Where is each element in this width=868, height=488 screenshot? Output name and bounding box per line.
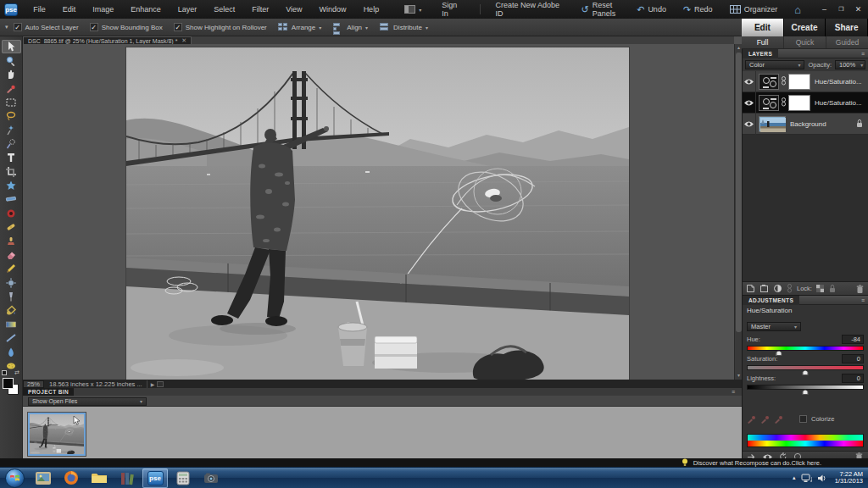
panel-menu-icon[interactable]: ≡ — [861, 296, 865, 305]
tool-flyout-caret[interactable]: ▾ — [5, 24, 8, 30]
menu-view[interactable]: View — [277, 0, 310, 19]
close-button[interactable]: ✕ — [851, 3, 865, 15]
lock-all-icon[interactable] — [828, 284, 837, 293]
status-options-icon[interactable] — [157, 381, 164, 387]
detail-smart-brush-tool[interactable] — [2, 290, 21, 303]
document-tab[interactable]: DSC_8865.tif @ 25% (Hue/Saturation 1, La… — [23, 36, 192, 44]
adjustment-layer-thumbnail[interactable] — [759, 74, 779, 90]
network-icon[interactable] — [801, 474, 812, 483]
lightness-value-field[interactable]: 0 — [842, 374, 864, 383]
red-eye-removal-tool[interactable] — [2, 207, 21, 220]
crop-tool[interactable] — [2, 165, 21, 179]
panel-menu-icon[interactable]: ≡ — [861, 49, 865, 58]
hand-tool[interactable] — [2, 68, 21, 81]
recompose-tip[interactable]: Discover what Recompose can do.Click her… — [682, 458, 821, 467]
rectangular-marquee-tool[interactable] — [2, 96, 21, 109]
blur-tool[interactable] — [2, 346, 21, 359]
taskbar-photoshop-elements[interactable]: pse — [142, 469, 168, 488]
visibility-toggle[interactable] — [743, 114, 756, 135]
magic-wand-tool[interactable] — [2, 123, 21, 136]
layer-row-hue-saturation-2[interactable]: Hue/Saturatio... — [743, 71, 868, 92]
zoom-level-field[interactable]: 25% — [23, 380, 44, 388]
menu-filter[interactable]: Filter — [243, 0, 277, 19]
sign-in-link[interactable]: Sign In — [433, 0, 472, 19]
subtab-full[interactable]: Full — [742, 36, 784, 48]
redo-button[interactable]: ↷ Redo — [676, 0, 721, 19]
layer-mask-thumbnail[interactable] — [788, 74, 810, 90]
status-arrow-icon[interactable]: ▶ — [151, 381, 155, 387]
show-bounding-box-checkbox[interactable]: ✓ Show Bounding Box — [90, 23, 163, 31]
type-tool[interactable] — [2, 151, 21, 164]
new-adjustment-layer-icon[interactable] — [773, 284, 782, 293]
taskbar-calculator[interactable] — [170, 469, 196, 488]
layer-name[interactable]: Hue/Saturatio... — [815, 99, 862, 107]
saturation-slider-thumb[interactable] — [803, 370, 809, 375]
show-highlight-checkbox[interactable]: ✓ Show Highlight on Rollover — [174, 23, 267, 31]
tab-create[interactable]: Create — [784, 19, 826, 36]
taskbar-clock[interactable]: 7:22 AM 1/31/2013 — [832, 471, 863, 485]
foreground-color-swatch[interactable] — [3, 378, 14, 389]
layout-switcher[interactable]: ▾ — [399, 5, 426, 14]
paint-bucket-tool[interactable] — [2, 303, 21, 317]
show-hidden-icons[interactable]: ▴ — [793, 474, 796, 481]
open-file-thumbnail[interactable] — [28, 413, 86, 456]
new-layer-icon[interactable] — [746, 284, 755, 293]
taskbar-media-library[interactable] — [114, 469, 140, 488]
taskbar-photo-viewer[interactable] — [31, 469, 56, 488]
menu-help[interactable]: Help — [355, 0, 388, 19]
eyedropper-tool[interactable] — [2, 81, 21, 95]
spot-healing-brush-tool[interactable] — [2, 220, 21, 234]
colorize-checkbox[interactable] — [799, 415, 807, 423]
menu-file[interactable]: File — [25, 0, 54, 19]
hue-value-field[interactable]: -84 — [842, 335, 864, 344]
blend-mode-dropdown[interactable]: Color ▾ — [745, 60, 804, 69]
straighten-tool[interactable] — [2, 192, 21, 206]
delete-layer-icon[interactable] — [855, 284, 865, 294]
default-colors-icon[interactable] — [2, 370, 7, 375]
eyedropper-add-icon[interactable] — [760, 413, 770, 424]
subtab-guided[interactable]: Guided — [826, 36, 868, 48]
menu-enhance[interactable]: Enhance — [122, 0, 170, 19]
tab-edit[interactable]: Edit — [742, 19, 784, 36]
undo-button[interactable]: ↶ Undo — [629, 0, 674, 19]
hue-slider-thumb[interactable] — [776, 351, 782, 356]
swap-colors-icon[interactable]: ⇄ — [14, 369, 19, 376]
taskbar-explorer[interactable] — [86, 469, 112, 488]
speaker-icon[interactable] — [817, 474, 826, 483]
menu-select[interactable]: Select — [205, 0, 243, 19]
align-dropdown[interactable]: Align ▾ — [333, 23, 368, 31]
cookie-cutter-tool[interactable] — [2, 179, 21, 192]
layer-row-hue-saturation-1[interactable]: Hue/Saturatio... — [743, 92, 868, 114]
lock-transparency-icon[interactable] — [816, 285, 824, 292]
lightness-slider-thumb[interactable] — [803, 390, 809, 395]
start-button[interactable] — [5, 469, 25, 488]
close-document-icon[interactable]: ✕ — [181, 37, 186, 44]
layer-name[interactable]: Hue/Saturatio... — [815, 78, 862, 86]
restore-button[interactable]: ❐ — [834, 3, 849, 15]
scrollbar-thumb[interactable] — [736, 53, 742, 332]
home-button[interactable]: ⌂ — [787, 0, 809, 19]
show-open-files-dropdown[interactable]: Show Open Files ▾ — [28, 397, 147, 406]
distribute-dropdown[interactable]: Distribute ▾ — [380, 23, 428, 31]
lasso-tool[interactable] — [2, 109, 21, 123]
layer-mask-thumbnail[interactable] — [788, 95, 810, 111]
zoom-tool[interactable] — [2, 53, 21, 67]
background-layer-thumbnail[interactable] — [759, 116, 786, 132]
menu-edit[interactable]: Edit — [54, 0, 85, 19]
taskbar-firefox[interactable] — [58, 469, 84, 488]
auto-select-layer-checkbox[interactable]: ✓ Auto Select Layer — [14, 23, 79, 31]
layer-row-background[interactable]: Background — [743, 114, 868, 135]
menu-layer[interactable]: Layer — [170, 0, 206, 19]
saturation-value-field[interactable]: 0 — [842, 354, 864, 363]
visibility-toggle[interactable] — [743, 71, 756, 92]
project-bin-tab[interactable]: PROJECT BIN — [23, 388, 74, 396]
create-adobe-id-link[interactable]: Create New Adobe ID — [487, 0, 574, 19]
quick-selection-tool[interactable] — [2, 137, 21, 151]
pencil-tool[interactable] — [2, 262, 21, 275]
visibility-toggle[interactable] — [743, 92, 756, 114]
menu-image[interactable]: Image — [84, 0, 122, 19]
eyedropper-subtract-icon[interactable] — [774, 413, 783, 424]
lightness-slider[interactable] — [747, 385, 864, 390]
organizer-button[interactable]: Organizer — [722, 0, 786, 19]
tab-share[interactable]: Share — [826, 19, 868, 36]
